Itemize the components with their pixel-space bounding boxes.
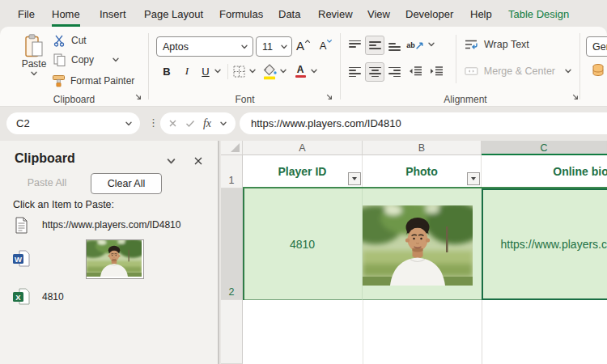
gridline [363,300,363,364]
column-header-b[interactable]: B [363,141,482,155]
font-size-chevron-icon[interactable] [280,43,288,51]
font-group-label: Font [150,94,340,105]
align-right-icon [388,67,401,78]
group-separator [148,33,149,99]
font-color-button[interactable]: A [293,62,308,80]
orientation-chevron-icon[interactable] [427,40,435,49]
pane-collapse-chevron-icon[interactable] [166,156,176,167]
font-name-combo[interactable]: Aptos [156,36,253,57]
grow-font-button[interactable]: A [295,36,312,54]
accounting-format-button[interactable] [591,62,605,78]
format-painter-button[interactable]: Format Painter [52,74,142,87]
cell-a2[interactable]: 4810 [243,188,363,300]
decrease-indent-button[interactable] [408,64,423,78]
borders-button[interactable] [232,65,245,78]
font-size-combo[interactable]: 11 [256,36,292,57]
name-box-drag-dots[interactable]: ⋮ [148,116,159,129]
cell-b1[interactable]: Photo [363,155,482,187]
filter-button-b[interactable] [467,172,480,185]
menu-developer[interactable]: Developer [405,8,453,24]
font-size-value: 11 [257,41,280,53]
menu-formulas[interactable]: Formulas [219,8,263,24]
name-box-chevron-icon[interactable] [125,120,133,128]
align-middle-icon [369,40,381,51]
row-header-3[interactable] [221,300,243,364]
menu-home[interactable]: Home [52,8,80,27]
increase-indent-button[interactable] [429,64,444,78]
merge-center-icon [465,66,478,77]
number-format-value: General [587,41,607,53]
insert-function-icon[interactable]: fx [203,117,211,130]
font-dialog-launcher[interactable] [325,93,334,102]
fx-chevron-icon[interactable] [219,120,227,128]
font-name-chevron-icon[interactable] [240,43,248,51]
menu-data[interactable]: Data [278,8,300,24]
paste-button[interactable]: Paste [18,31,50,81]
orientation-arrow-icon [415,41,424,50]
group-separator [340,33,341,99]
underline-chevron-icon[interactable] [214,67,222,75]
row-header-2[interactable]: 2 [221,188,243,300]
filter-button-a[interactable] [348,172,361,185]
menu-help[interactable]: Help [470,8,492,24]
bold-button[interactable]: B [159,62,175,80]
orientation-button[interactable]: ab [405,36,425,54]
pane-close-icon[interactable] [193,156,203,166]
borders-icon [233,66,245,78]
cell-a1[interactable]: Player ID [243,155,363,187]
enter-icon[interactable] [185,119,195,128]
format-painter-brush-icon [52,74,66,87]
cut-button[interactable]: Cut [53,34,110,47]
copy-chevron-icon[interactable] [112,56,120,64]
font-color-icon: A [297,65,304,74]
clipboard-item-id[interactable]: X 4810 [0,288,216,307]
align-bottom-button[interactable] [386,37,402,53]
formula-input[interactable]: https://www.players.com/ID4810 [240,112,607,134]
align-top-button[interactable] [346,37,363,53]
menu-view[interactable]: View [367,8,390,24]
menu-file[interactable]: File [18,8,35,24]
copy-button[interactable]: Copy [53,53,123,66]
filter-arrow-icon [352,177,357,180]
copy-label: Copy [71,54,94,66]
select-all-corner[interactable] [221,141,243,155]
paste-all-button[interactable]: Paste All [13,173,81,193]
excel-icon: X [13,288,30,305]
align-left-button[interactable] [346,64,363,80]
clipboard-item-url[interactable]: https://www.players.com/ID4810 [0,217,216,236]
clipboard-item-photo[interactable]: W [0,239,216,281]
name-box[interactable]: C2 [6,112,140,134]
clipboard-dialog-launcher[interactable] [134,93,143,102]
paste-chevron-icon[interactable] [30,70,38,78]
column-header-a[interactable]: A [243,141,363,155]
menu-page-layout[interactable]: Page Layout [144,8,203,24]
player-photo[interactable] [363,205,473,286]
fill-color-chevron-icon[interactable] [279,67,287,75]
align-middle-button[interactable] [365,36,384,55]
cut-scissors-icon [53,35,65,47]
wrap-text-button[interactable]: Wrap Text [465,36,545,53]
cancel-icon[interactable] [168,119,177,128]
clear-all-button[interactable]: Clear All [91,173,162,194]
borders-chevron-icon[interactable] [248,67,257,75]
menu-review[interactable]: Review [318,8,353,24]
cell-c2-selected[interactable]: https://www.players.com/ID4810 [482,188,607,300]
font-color-chevron-icon[interactable] [310,67,318,75]
word-icon: W [13,250,30,267]
merge-center-button[interactable]: Merge & Center [465,63,555,79]
align-right-button[interactable] [386,64,402,80]
shrink-font-button[interactable]: A [317,36,335,54]
italic-button[interactable]: I [180,62,194,80]
fill-color-button[interactable] [261,61,277,81]
font-color-swatch [295,75,306,78]
cell-c1[interactable]: Online bio [482,155,607,187]
underline-button[interactable]: U [197,62,214,80]
wrap-text-label: Wrap Text [484,39,529,50]
menu-table-design[interactable]: Table Design [508,8,569,24]
number-format-combo[interactable]: General [586,36,607,57]
align-center-button[interactable] [365,62,384,82]
menu-insert[interactable]: Insert [100,8,126,24]
shrink-caret-icon [326,38,333,44]
row-header-1[interactable]: 1 [221,155,243,188]
merge-center-chevron-icon[interactable] [564,67,572,75]
